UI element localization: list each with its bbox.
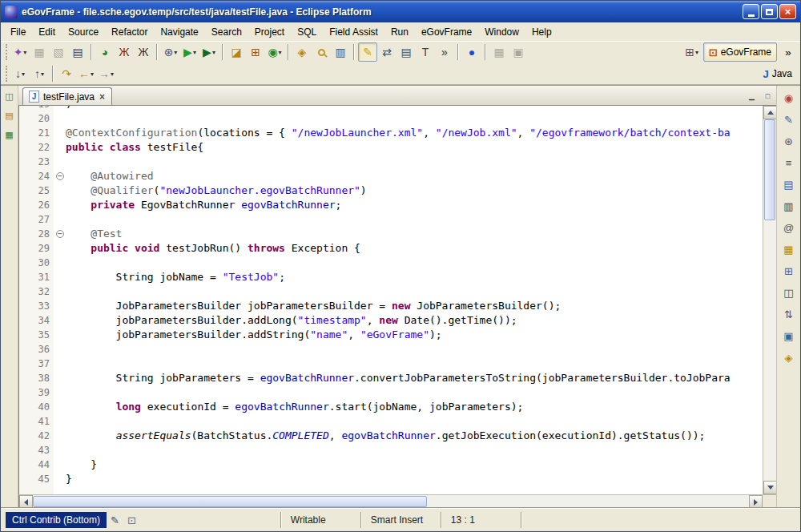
user-view-icon[interactable]: ◉ — [781, 90, 797, 106]
annotation-ruler[interactable] — [19, 457, 30, 472]
folding-ruler[interactable] — [54, 385, 66, 400]
pin-editor-icon[interactable]: ⊡ — [123, 514, 140, 526]
annotation-ruler[interactable] — [19, 472, 30, 486]
bookmark-view-icon[interactable]: ◈ — [781, 349, 797, 365]
annotation-ruler[interactable] — [19, 198, 30, 212]
new-wizard-button[interactable]: ✦▾ — [10, 42, 30, 62]
segment-view-button[interactable]: ▤ — [396, 42, 416, 62]
annotation-ruler[interactable] — [19, 400, 30, 414]
code-line[interactable]: 21@ContextConfiguration(locations = { "/… — [19, 126, 763, 140]
line-number[interactable]: 40 — [30, 400, 54, 414]
annotation-ruler[interactable] — [19, 342, 30, 357]
code-editor[interactable]: 19)2021@ContextConfiguration(locations =… — [19, 106, 763, 494]
annotation-ruler[interactable] — [19, 212, 30, 227]
external-tools-button[interactable]: ▶▾ — [199, 42, 219, 62]
folding-ruler[interactable] — [54, 414, 66, 429]
menu-item-edit[interactable]: Edit — [32, 24, 62, 40]
annotation-ruler[interactable] — [19, 299, 30, 313]
annotation-ruler[interactable] — [19, 140, 30, 155]
folding-ruler[interactable] — [54, 111, 66, 126]
code-line[interactable]: 22public class testFile{ — [19, 140, 763, 155]
annotation-ruler[interactable] — [19, 328, 30, 342]
menu-item-window[interactable]: Window — [478, 24, 525, 40]
line-number[interactable]: 28 — [30, 227, 54, 241]
menu-item-run[interactable]: Run — [384, 24, 415, 40]
line-number[interactable]: 42 — [30, 429, 54, 443]
folding-ruler[interactable] — [54, 198, 66, 212]
line-number[interactable]: 22 — [30, 140, 54, 155]
code-line[interactable]: 30 — [19, 256, 763, 270]
line-number[interactable]: 32 — [30, 284, 54, 299]
folding-ruler[interactable] — [54, 284, 66, 299]
menu-item-search[interactable]: Search — [205, 24, 248, 40]
line-number[interactable]: 33 — [30, 299, 54, 313]
hierarchy-view-icon[interactable]: ⊞ — [781, 263, 797, 279]
folding-ruler[interactable] — [54, 342, 66, 357]
annotation-ruler[interactable] — [19, 371, 30, 385]
line-number[interactable]: 41 — [30, 414, 54, 429]
annotation-ruler[interactable] — [19, 155, 30, 169]
code-line[interactable]: 41 — [19, 414, 763, 429]
code-line[interactable]: 28− @Test — [19, 227, 763, 241]
line-number[interactable]: 45 — [30, 472, 54, 486]
line-number[interactable]: 44 — [30, 457, 54, 472]
line-number[interactable]: 19 — [30, 106, 54, 111]
folding-ruler[interactable] — [54, 270, 66, 284]
forward-button[interactable]: →▾ — [96, 64, 116, 83]
javadoc-view-icon[interactable]: ▤ — [781, 176, 797, 192]
title-bar[interactable]: eGovFrame - file.sche.egov.temp/src/test… — [1, 1, 800, 22]
code-line[interactable]: 26 private EgovBatchRunner egovBatchRunn… — [19, 198, 763, 212]
folding-ruler[interactable] — [54, 126, 66, 140]
open-perspective-button[interactable]: ⊞ ▾ — [682, 42, 702, 62]
folding-ruler[interactable] — [54, 299, 66, 313]
menu-item-file[interactable]: File — [4, 24, 32, 40]
folding-ruler[interactable] — [54, 183, 66, 198]
save-secondary-button[interactable]: ▦ — [489, 42, 509, 62]
perspective-java-button[interactable]: J Java — [757, 64, 798, 83]
folding-ruler[interactable]: − — [54, 227, 66, 241]
fast-view-orange-icon[interactable]: ▤ — [2, 109, 16, 123]
link-editor-button[interactable]: ⇄ — [377, 42, 396, 62]
fold-collapse-icon[interactable]: − — [56, 230, 64, 238]
vertical-scroll-thumb[interactable] — [764, 119, 775, 220]
scroll-left-button[interactable] — [19, 495, 33, 509]
code-line[interactable]: 19) — [19, 106, 763, 111]
code-line[interactable]: 36 — [19, 342, 763, 357]
line-number[interactable]: 21 — [30, 126, 54, 140]
menu-item-navigate[interactable]: Navigate — [154, 24, 204, 40]
egov-run-button[interactable]: ◕ — [95, 42, 115, 62]
new-java-project-button[interactable]: ◪ — [227, 42, 246, 62]
code-line[interactable]: 42 assertEquals(BatchStatus.COMPLETED, e… — [19, 429, 763, 443]
mark-occurrences-button[interactable]: ✎ — [358, 42, 377, 62]
folding-ruler[interactable] — [54, 155, 66, 169]
ctrl-contrib-label[interactable]: Ctrl Contrib (Bottom) — [6, 512, 107, 528]
fast-view-green-icon[interactable]: ▦ — [2, 128, 16, 142]
menu-item-field-assist[interactable]: Field Assist — [323, 24, 384, 40]
print-button[interactable]: ▤ — [68, 42, 87, 62]
new-package-button[interactable]: ⊞ — [246, 42, 265, 62]
vertical-scroll-track[interactable] — [763, 119, 776, 481]
snippets-view-icon[interactable]: ◫ — [781, 284, 797, 300]
maximize-view-button[interactable]: □ — [761, 90, 775, 103]
code-line[interactable]: 25 @Qualifier("newJobLauncher.egovBatchR… — [19, 183, 763, 198]
folding-ruler[interactable] — [54, 256, 66, 270]
egov-home-button[interactable]: ● — [462, 42, 481, 62]
line-number[interactable]: 23 — [30, 155, 54, 169]
annotation-ruler[interactable] — [19, 241, 30, 256]
code-line[interactable]: 29 public void testJobRun() throws Excep… — [19, 241, 763, 256]
last-edit-location-button[interactable]: ↷ — [57, 64, 76, 83]
annotation-ruler[interactable] — [19, 284, 30, 299]
code-line[interactable]: 45} — [19, 472, 763, 486]
code-line[interactable]: 31 String jobName = "TestJob"; — [19, 270, 763, 284]
line-number[interactable]: 39 — [30, 385, 54, 400]
folding-ruler[interactable] — [54, 313, 66, 328]
scroll-up-button[interactable] — [763, 106, 777, 119]
junit-run-button[interactable]: Ж — [115, 42, 134, 62]
console-view-icon[interactable]: ▥ — [781, 198, 797, 214]
next-annotation-button[interactable]: ↓▾ — [10, 64, 30, 83]
maximize-button[interactable] — [761, 4, 778, 19]
code-line[interactable]: 27 — [19, 212, 763, 227]
folding-ruler[interactable] — [54, 429, 66, 443]
line-number[interactable]: 43 — [30, 443, 54, 457]
code-line[interactable]: 39 — [19, 385, 763, 400]
